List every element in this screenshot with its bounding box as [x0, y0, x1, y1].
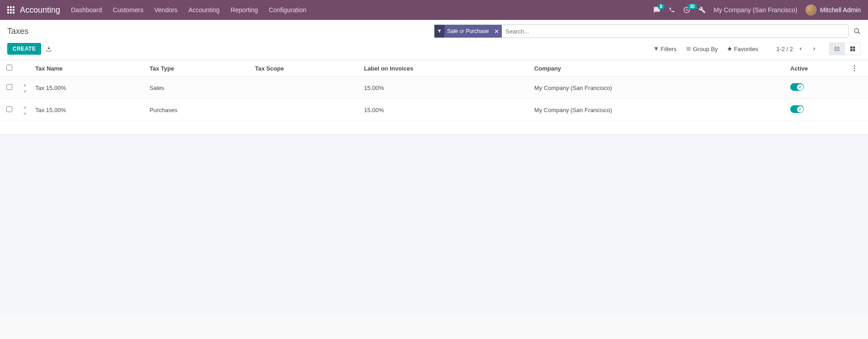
svg-line-2 [858, 32, 860, 34]
cell-tax-name: Tax 15.00% [32, 99, 146, 121]
pager: 1-2 / 2 [776, 44, 820, 53]
svg-point-18 [854, 70, 855, 71]
favorites-button[interactable]: Favorites [727, 46, 758, 52]
drag-handle-icon[interactable]: ▲▼ [23, 82, 27, 94]
table-row[interactable]: ▲▼Tax 15.00%Purchases15.00%My Company (S… [0, 99, 868, 121]
search-input[interactable] [502, 25, 849, 38]
search-icon[interactable] [854, 28, 861, 35]
import-button[interactable] [46, 46, 52, 52]
active-toggle[interactable] [790, 105, 804, 113]
groupby-button[interactable]: Group By [686, 46, 718, 52]
svg-rect-15 [853, 49, 855, 52]
svg-rect-14 [850, 49, 853, 52]
view-switcher [829, 42, 861, 55]
user-menu[interactable]: Mitchell Admin [806, 5, 861, 15]
pager-next[interactable] [808, 44, 820, 53]
cell-tax-name: Tax 15.00% [32, 77, 146, 99]
menu-reporting[interactable]: Reporting [231, 6, 258, 14]
drag-handle-icon[interactable]: ▲▼ [23, 104, 27, 116]
col-tax-scope[interactable]: Tax Scope [251, 60, 360, 77]
menu-customers[interactable]: Customers [113, 6, 144, 14]
svg-point-17 [854, 68, 855, 69]
menu-dashboard[interactable]: Dashboard [71, 6, 102, 14]
cell-tax-type: Sales [146, 77, 251, 99]
table-row[interactable]: ▲▼Tax 15.00%Sales15.00%My Company (San F… [0, 77, 868, 99]
app-brand[interactable]: Accounting [20, 5, 60, 15]
main-menu: Dashboard Customers Vendors Accounting R… [71, 6, 307, 14]
activities-icon[interactable]: 30 [683, 6, 690, 14]
col-optional[interactable] [850, 60, 868, 77]
cell-tax-type: Purchases [146, 99, 251, 121]
col-company[interactable]: Company [531, 60, 787, 77]
search-box: Sale or Purchase ✕ [434, 24, 849, 38]
facet-remove[interactable]: ✕ [491, 28, 502, 35]
svg-point-10 [835, 48, 835, 49]
svg-point-16 [854, 65, 855, 66]
list-view: Tax Name Tax Type Tax Scope Label on Inv… [0, 60, 868, 135]
avatar [806, 5, 816, 15]
create-button[interactable]: Create [7, 43, 41, 55]
apps-icon[interactable] [7, 6, 14, 14]
row-checkbox[interactable] [6, 84, 12, 90]
active-toggle[interactable] [790, 83, 804, 91]
search-facet: Sale or Purchase ✕ [434, 25, 502, 38]
kanban-view-button[interactable] [845, 43, 860, 55]
filters-label: Filters [660, 46, 676, 52]
col-tax-name[interactable]: Tax Name [32, 60, 146, 77]
filters-button[interactable]: Filters [654, 46, 676, 52]
cell-label: 15.00% [360, 77, 531, 99]
menu-accounting[interactable]: Accounting [189, 6, 220, 14]
row-checkbox[interactable] [6, 106, 12, 112]
svg-point-11 [835, 50, 835, 51]
svg-rect-13 [853, 47, 855, 49]
pager-range[interactable]: 1-2 / 2 [776, 46, 793, 52]
breadcrumb: Taxes [7, 27, 28, 36]
favorites-label: Favorites [734, 46, 758, 52]
cell-tax-scope [251, 77, 360, 99]
menu-configuration[interactable]: Configuration [269, 6, 307, 14]
user-name: Mitchell Admin [820, 6, 861, 14]
company-switcher[interactable]: My Company (San Francisco) [714, 6, 797, 14]
messages-icon[interactable]: 8 [653, 6, 660, 14]
cell-company: My Company (San Francisco) [531, 77, 787, 99]
col-tax-type[interactable]: Tax Type [146, 60, 251, 77]
col-label[interactable]: Label on Invoices [360, 60, 531, 77]
groupby-label: Group By [693, 46, 718, 52]
col-select-all [0, 60, 18, 77]
facet-label: Sale or Purchase [444, 28, 491, 34]
svg-rect-12 [850, 47, 853, 49]
svg-point-1 [854, 28, 859, 33]
cell-label: 15.00% [360, 99, 531, 121]
col-active[interactable]: Active [787, 60, 850, 77]
pager-prev[interactable] [795, 44, 807, 53]
menu-vendors[interactable]: Vendors [154, 6, 177, 14]
control-panel: Taxes Sale or Purchase ✕ [0, 20, 868, 60]
cell-tax-scope [251, 99, 360, 121]
activities-badge: 30 [688, 4, 697, 9]
list-view-button[interactable] [830, 43, 845, 55]
select-all-checkbox[interactable] [6, 65, 12, 71]
debug-icon[interactable] [698, 6, 706, 14]
svg-point-9 [835, 47, 835, 47]
cell-company: My Company (San Francisco) [531, 99, 787, 121]
messages-badge: 8 [658, 4, 665, 9]
top-navbar: Accounting Dashboard Customers Vendors A… [0, 0, 868, 20]
filter-icon [434, 25, 444, 38]
phone-icon[interactable] [669, 7, 675, 13]
